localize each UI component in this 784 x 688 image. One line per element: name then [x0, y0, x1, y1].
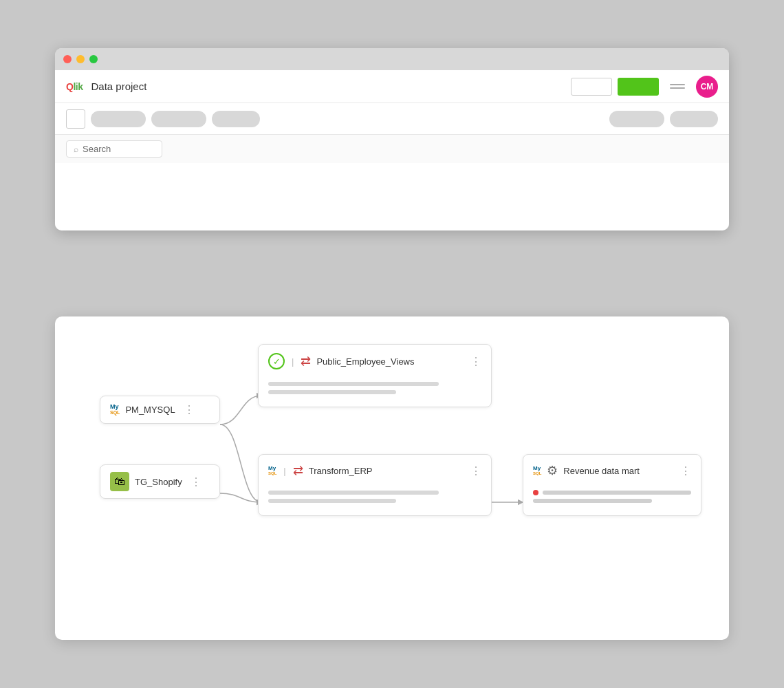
search-bar-row: ⌕ Search — [55, 135, 729, 163]
toolbar-right — [609, 111, 718, 127]
error-line-bar — [543, 491, 691, 495]
node-line-1 — [268, 382, 439, 386]
toolbar-pill-2[interactable] — [151, 111, 206, 127]
avatar[interactable]: CM — [696, 76, 718, 98]
browser-window: Qlik Data project CM — [55, 48, 729, 230]
toolbar-pill-5[interactable] — [670, 111, 718, 127]
qlik-logo: Qlik — [66, 81, 83, 92]
search-icon: ⌕ — [74, 144, 78, 154]
search-text: Search — [83, 144, 111, 154]
error-dot — [533, 490, 538, 495]
shuffle-icon-top: ⇄ — [301, 354, 311, 369]
transform-erp-menu[interactable]: ⋮ — [470, 464, 481, 477]
revenue-data-mart-header: My SQL ⚙ Revenue data mart ⋮ — [533, 463, 691, 478]
toolbar-pill-4[interactable] — [609, 111, 664, 127]
node-public-employee-views: ✓ | ⇄ Public_Employee_Views ⋮ — [258, 344, 492, 407]
header-button-green[interactable] — [618, 78, 659, 96]
transform-erp-lines — [268, 491, 481, 507]
shuffle-icon-bottom: ⇄ — [293, 463, 303, 478]
canvas-inner: My SQL PM_MYSQL ⋮ 🛍 TG_Shopify ⋮ ✓ | — [55, 316, 729, 640]
toolbar-square-btn[interactable] — [66, 109, 85, 129]
node-tg-shopify: 🛍 TG_Shopify ⋮ — [100, 464, 220, 499]
error-line — [533, 491, 691, 495]
canvas-panel: My SQL PM_MYSQL ⋮ 🛍 TG_Shopify ⋮ ✓ | — [55, 316, 729, 640]
public-employee-views-header: ✓ | ⇄ Public_Employee_Views ⋮ — [268, 353, 481, 369]
transform-erp-label: Transform_ERP — [309, 466, 373, 476]
dest-line-2 — [533, 499, 652, 503]
traffic-light-red[interactable] — [63, 55, 72, 63]
public-employee-views-lines — [268, 382, 481, 398]
traffic-light-yellow[interactable] — [76, 55, 85, 63]
mysql-icon: My SQL — [110, 404, 120, 416]
public-employee-views-label: Public_Employee_Views — [316, 356, 414, 367]
node-line-2 — [268, 390, 396, 394]
toolbar — [55, 103, 729, 135]
revenue-mysql-icon: My SQL — [533, 466, 541, 476]
node-line-4 — [268, 499, 396, 503]
header-right: CM — [571, 76, 718, 98]
app-header: Qlik Data project CM — [55, 70, 729, 103]
browser-titlebar — [55, 48, 729, 70]
header-button-outline[interactable] — [571, 78, 612, 96]
app-title: Data project — [91, 80, 146, 92]
transform-erp-mysql-icon: My SQL — [268, 466, 276, 476]
toolbar-pill-3[interactable] — [212, 111, 260, 127]
node-line-3 — [268, 491, 439, 495]
status-check-icon: ✓ — [268, 353, 285, 369]
browser-content: Qlik Data project CM — [55, 70, 729, 230]
pm-mysql-label: PM_MYSQL — [125, 405, 175, 415]
search-input-wrap[interactable]: ⌕ Search — [66, 140, 162, 158]
public-employee-views-menu[interactable]: ⋮ — [470, 355, 481, 368]
shopify-icon: 🛍 — [110, 472, 129, 491]
tg-shopify-label: TG_Shopify — [135, 477, 182, 487]
node-revenue-data-mart: My SQL ⚙ Revenue data mart ⋮ — [523, 454, 701, 516]
pm-mysql-menu[interactable]: ⋮ — [184, 403, 195, 416]
traffic-light-green[interactable] — [89, 55, 98, 63]
hamburger-icon[interactable] — [670, 84, 685, 89]
revenue-data-mart-lines — [533, 491, 691, 507]
transform-erp-header: My SQL | ⇄ Transform_ERP ⋮ — [268, 463, 481, 478]
toolbar-pill-1[interactable] — [91, 111, 146, 127]
gear-icon: ⚙ — [547, 463, 558, 478]
node-pm-mysql: My SQL PM_MYSQL ⋮ — [100, 396, 220, 424]
revenue-data-mart-label: Revenue data mart — [563, 466, 640, 476]
tg-shopify-menu[interactable]: ⋮ — [190, 475, 202, 488]
node-transform-erp: My SQL | ⇄ Transform_ERP ⋮ — [258, 454, 492, 516]
revenue-data-mart-menu[interactable]: ⋮ — [680, 464, 691, 477]
